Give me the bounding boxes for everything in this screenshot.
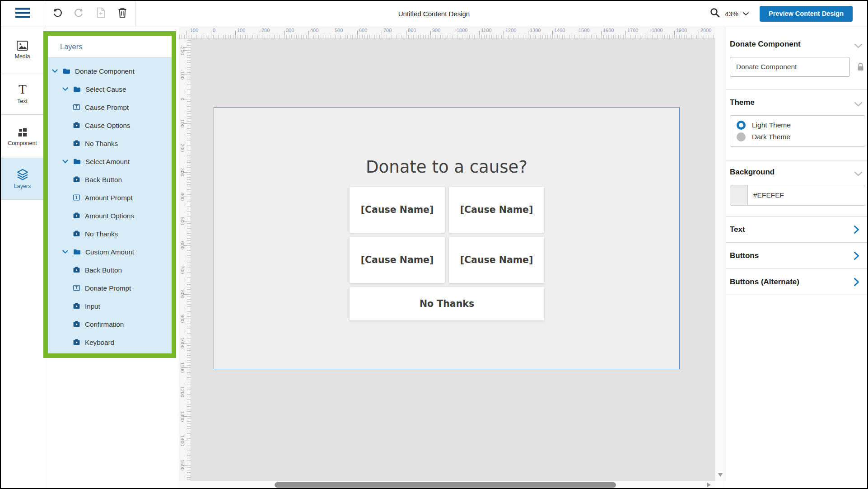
text-layer-icon: T xyxy=(73,194,80,201)
ruler-label: 1000 xyxy=(179,330,185,356)
redo-icon xyxy=(73,7,85,20)
ruler-label: 1200 xyxy=(505,28,516,33)
ruler-label: -100 xyxy=(188,28,198,33)
chevron-down-icon[interactable] xyxy=(62,250,68,254)
horizontal-scrollbar[interactable] xyxy=(179,481,715,489)
ruler-label: 100 xyxy=(179,111,185,136)
layer-label: Donate Prompt xyxy=(85,284,131,292)
section-link-buttons[interactable]: Buttons xyxy=(726,243,867,269)
lock-icon[interactable] xyxy=(856,62,865,74)
layer-label: Amount Options xyxy=(85,212,134,220)
layer-row-keyboard[interactable]: Keyboard xyxy=(48,333,172,351)
section-link-buttons-alternate[interactable]: Buttons (Alternate) xyxy=(726,269,867,295)
layer-row-input[interactable]: Input xyxy=(48,297,172,315)
component-name-input[interactable] xyxy=(730,57,850,77)
section-link-label: Buttons xyxy=(730,251,854,260)
layer-row-select-amount[interactable]: Select Amount xyxy=(48,152,172,170)
ruler-label: 200 xyxy=(261,28,270,33)
section-link-text[interactable]: Text xyxy=(726,216,867,243)
layer-row-confirmation[interactable]: Confirmation xyxy=(48,315,172,333)
redo-button[interactable] xyxy=(73,8,85,19)
sidebar-item-layers[interactable]: Layers xyxy=(1,158,44,200)
layer-label: Select Cause xyxy=(85,85,126,93)
ruler-label: 400 xyxy=(179,184,185,209)
layer-label: Confirmation xyxy=(85,320,124,328)
new-page-button[interactable] xyxy=(95,8,107,19)
layer-label: Amount Prompt xyxy=(85,194,133,202)
button-layer-icon xyxy=(73,176,80,183)
cause-name-button[interactable]: [Cause Name] xyxy=(350,237,445,283)
theme-option-light-theme[interactable]: Light Theme xyxy=(737,121,865,130)
layer-row-cause-options[interactable]: Cause Options xyxy=(48,116,172,134)
folder-icon xyxy=(63,68,70,74)
vertical-scrollbar[interactable] xyxy=(715,27,726,481)
artboard[interactable]: Donate to a cause? [Cause Name][Cause Na… xyxy=(214,107,680,369)
radio-unselected-icon[interactable] xyxy=(737,132,746,141)
ruler-label: 500 xyxy=(179,208,185,234)
ruler-label: 700 xyxy=(383,28,392,33)
folder-icon xyxy=(73,158,81,165)
undo-button[interactable] xyxy=(51,8,63,19)
chevron-down-icon[interactable] xyxy=(854,170,863,178)
ruler-label: -200 xyxy=(179,39,185,63)
undo-icon xyxy=(51,7,63,20)
chevron-down-icon[interactable] xyxy=(854,100,863,108)
donate-heading[interactable]: Donate to a cause? xyxy=(214,157,679,177)
chevron-down-icon[interactable] xyxy=(62,160,68,164)
layer-row-donate-component[interactable]: Donate Component xyxy=(48,62,172,80)
no-thanks-button[interactable]: No Thanks xyxy=(350,287,544,320)
layer-tree: Donate ComponentSelect CauseTCause Promp… xyxy=(48,58,172,353)
layer-row-select-cause[interactable]: Select Cause xyxy=(48,80,172,98)
sidebar-item-component[interactable]: Component xyxy=(1,115,44,158)
text-layer-icon: T xyxy=(73,284,80,292)
ruler-label: 1400 xyxy=(554,28,565,33)
section-link-label: Buttons (Alternate) xyxy=(730,277,854,287)
chevron-down-icon[interactable] xyxy=(62,87,68,91)
layer-row-donate-prompt[interactable]: TDonate Prompt xyxy=(48,279,172,297)
zoom-level-value[interactable]: 43% xyxy=(725,10,738,18)
background-color-input[interactable]: #EFEFEF xyxy=(730,185,865,206)
ruler-label: 900 xyxy=(432,28,440,33)
delete-button[interactable] xyxy=(117,8,128,19)
cause-name-button[interactable]: [Cause Name] xyxy=(449,187,544,233)
cause-button-grid: [Cause Name][Cause Name][Cause Name][Cau… xyxy=(350,187,544,320)
layer-label: Cause Options xyxy=(85,122,130,129)
preview-content-design-button[interactable]: Preview Content Design xyxy=(760,6,853,22)
zoom-icon[interactable] xyxy=(709,7,721,20)
sidebar-item-media[interactable]: Media xyxy=(1,27,44,73)
cause-name-button[interactable]: [Cause Name] xyxy=(350,187,445,233)
chevron-down-icon[interactable] xyxy=(52,69,58,73)
layer-row-amount-options[interactable]: Amount Options xyxy=(48,207,172,225)
layers-panel: Layers Donate ComponentSelect CauseTCaus… xyxy=(48,36,172,353)
layer-row-cause-prompt[interactable]: TCause Prompt xyxy=(48,98,172,116)
properties-panel: Donate Component Theme Light ThemeDark T… xyxy=(726,27,867,488)
layer-row-amount-prompt[interactable]: TAmount Prompt xyxy=(48,188,172,207)
chevron-right-icon xyxy=(854,225,859,234)
scroll-down-arrow-icon[interactable] xyxy=(718,473,723,477)
chevron-down-icon[interactable] xyxy=(742,9,749,18)
color-swatch[interactable] xyxy=(730,185,748,205)
design-canvas[interactable]: Donate to a cause? [Cause Name][Cause Na… xyxy=(191,39,715,481)
layer-row-back-button[interactable]: Back Button xyxy=(48,261,172,279)
layer-row-back-button[interactable]: Back Button xyxy=(48,170,172,188)
scroll-right-arrow-icon[interactable] xyxy=(707,483,711,487)
section-link-label: Text xyxy=(730,225,854,234)
folder-icon xyxy=(73,249,81,255)
cause-name-button[interactable]: [Cause Name] xyxy=(449,237,544,283)
trash-icon xyxy=(117,7,128,20)
ruler-label: 100 xyxy=(237,28,245,33)
radio-selected-icon[interactable] xyxy=(737,121,746,130)
layer-row-no-thanks[interactable]: No Thanks xyxy=(48,134,172,152)
theme-section-title: Theme xyxy=(730,98,755,107)
ruler-label: 700 xyxy=(179,257,185,282)
ruler-label: 1600 xyxy=(603,28,614,33)
ruler-label: 1500 xyxy=(179,452,185,478)
chevron-down-icon[interactable] xyxy=(854,42,863,50)
sidebar-item-text[interactable]: TText xyxy=(1,73,44,115)
layer-row-custom-amount[interactable]: Custom Amount xyxy=(48,243,172,261)
layer-label: Select Amount xyxy=(85,158,130,165)
layer-label: Donate Component xyxy=(75,67,135,75)
theme-option-dark-theme[interactable]: Dark Theme xyxy=(737,132,865,141)
layer-row-no-thanks[interactable]: No Thanks xyxy=(48,225,172,243)
horizontal-scrollbar-thumb[interactable] xyxy=(275,482,616,488)
